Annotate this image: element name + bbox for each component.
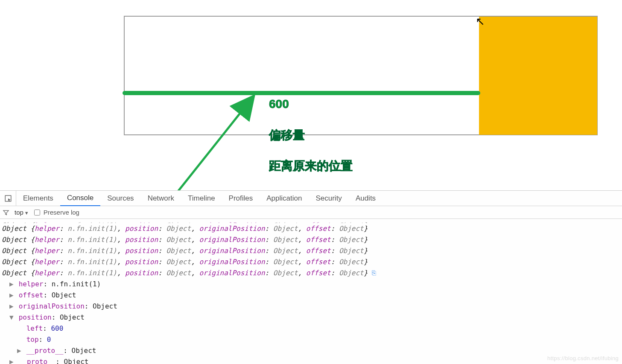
console-toolbar: top▼ Preserve log	[0, 206, 622, 219]
preserve-log-checkbox[interactable]	[34, 210, 40, 215]
console-tree-row[interactable]: ▶ originalPosition: Object	[2, 301, 620, 312]
demo-stage: ↖	[124, 16, 598, 135]
filter-icon[interactable]	[3, 209, 9, 216]
tab-audits[interactable]: Audits	[349, 191, 383, 206]
tab-security[interactable]: Security	[309, 191, 348, 206]
console-tree-row[interactable]: ▶ __proto__: Object	[2, 345, 620, 356]
tab-timeline[interactable]: Timeline	[181, 191, 222, 206]
console-tree-row[interactable]: left: 600	[2, 323, 620, 334]
tab-network[interactable]: Network	[141, 191, 181, 206]
console-tree-row[interactable]: ▼ position: Object	[2, 312, 620, 323]
console-tree-row[interactable]: ▶ __proto__: Object	[2, 356, 620, 364]
console-output: Object {helper: n.fn.init(1), position: …	[0, 219, 622, 364]
console-tree-row[interactable]: ▶ offset: Object	[2, 290, 620, 301]
annotation-offset: 偏移量	[269, 127, 305, 143]
console-tree-row[interactable]: top: 0	[2, 334, 620, 345]
console-line[interactable]: Object {helper: n.fn.init(1), position: …	[2, 234, 620, 245]
devtools-panel: ElementsConsoleSourcesNetworkTimelinePro…	[0, 190, 622, 364]
console-line[interactable]: Object {helper: n.fn.init(1), position: …	[2, 223, 620, 234]
tab-console[interactable]: Console	[60, 191, 100, 206]
console-line: Object {helper: n.fn.init(1), position: …	[2, 220, 620, 223]
watermark: https://blog.csdn.net/ifubing	[547, 355, 619, 361]
tab-sources[interactable]: Sources	[100, 191, 140, 206]
annotation-value: 600	[269, 97, 289, 111]
tab-elements[interactable]: Elements	[16, 191, 60, 206]
tab-profiles[interactable]: Profiles	[222, 191, 260, 206]
inspect-icon	[4, 195, 12, 202]
console-line[interactable]: Object {helper: n.fn.init(1), position: …	[2, 245, 620, 256]
devtools-tabbar: ElementsConsoleSourcesNetworkTimelinePro…	[0, 191, 622, 206]
preserve-log-label: Preserve log	[44, 209, 79, 216]
execution-context-select[interactable]: top▼	[13, 209, 31, 216]
console-tree-row[interactable]: ▶ helper: n.fn.init(1)	[2, 279, 620, 290]
draggable-box[interactable]	[479, 17, 597, 135]
annotation-distance: 距离原来的位置	[269, 158, 353, 174]
console-line[interactable]: Object {helper: n.fn.init(1), position: …	[2, 256, 620, 268]
tab-application[interactable]: Application	[260, 191, 309, 206]
console-line-expanded[interactable]: Object {helper: n.fn.init(1), position: …	[2, 268, 620, 279]
inspect-button[interactable]	[0, 191, 16, 206]
